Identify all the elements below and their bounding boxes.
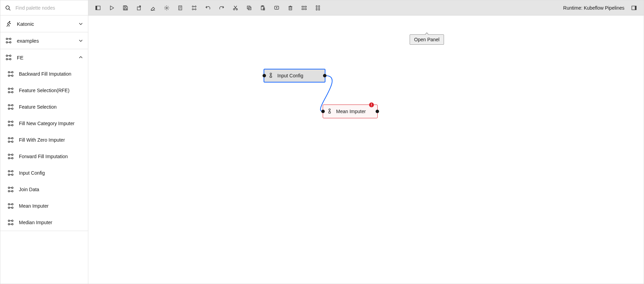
file-plus-icon — [178, 5, 183, 11]
pipeline-canvas[interactable]: Input Config Mean Imputer Open Panel — [88, 15, 644, 284]
category-label: examples — [17, 38, 78, 44]
palette-list[interactable]: Katonic examples FE Backward Fill Imputa… — [0, 15, 88, 284]
clear[interactable] — [146, 0, 160, 15]
node-icon — [7, 70, 14, 77]
palette-node[interactable]: Feature Selection(RFE) — [0, 82, 88, 99]
gear-icon — [164, 5, 169, 11]
export[interactable] — [132, 0, 146, 15]
category-examples: examples — [0, 32, 88, 49]
palette-node[interactable]: Mean Imputer — [0, 198, 88, 214]
input-port[interactable] — [263, 74, 266, 77]
add-file[interactable] — [174, 0, 187, 15]
node-icon — [7, 153, 14, 160]
paste[interactable] — [256, 0, 270, 15]
redo[interactable] — [215, 0, 229, 15]
panel-left-toggle[interactable] — [91, 0, 105, 15]
node-icon — [7, 170, 14, 176]
palette-node[interactable]: Forward Fill Imputation — [0, 148, 88, 165]
palette-node[interactable]: Fill With Zero Imputer — [0, 132, 88, 148]
chevron-down-icon — [78, 21, 83, 26]
run[interactable] — [105, 0, 119, 15]
canvas-node-label: Input Config — [277, 73, 303, 78]
output-port[interactable] — [323, 74, 326, 77]
node-icon — [7, 136, 14, 143]
add-comment[interactable] — [270, 0, 284, 15]
runner-icon — [5, 20, 12, 27]
node-icon — [7, 219, 14, 226]
palette-node-label: Fill With Zero Imputer — [19, 137, 65, 143]
output-port[interactable] — [376, 110, 379, 113]
category-label: FE — [17, 55, 78, 61]
grid4-icon — [5, 37, 12, 44]
delete[interactable] — [284, 0, 297, 15]
save[interactable] — [119, 0, 132, 15]
tooltip-text: Open Panel — [414, 37, 440, 42]
grid4-icon — [5, 54, 12, 61]
cut[interactable] — [229, 0, 242, 15]
category-katonic: Katonic — [0, 15, 88, 32]
panel-right-toggle[interactable] — [627, 0, 641, 15]
palette-node[interactable]: Join Data — [0, 181, 88, 198]
error-badge-icon — [369, 102, 374, 107]
palette-node[interactable]: Feature Selection — [0, 99, 88, 115]
node-icon — [326, 108, 333, 115]
palette-node-label: Input Config — [19, 170, 45, 176]
arrange-icon — [191, 5, 197, 11]
palette-node[interactable]: Input Config — [0, 165, 88, 181]
node-icon — [7, 186, 14, 193]
category-header-examples[interactable]: examples — [0, 32, 88, 49]
comment-icon — [274, 5, 279, 11]
palette-node-label: Mean Imputer — [19, 203, 48, 209]
node-icon — [7, 120, 14, 127]
trash-icon — [288, 5, 293, 11]
palette-node-label: Fill New Category Imputer — [19, 120, 75, 127]
arrange[interactable] — [187, 0, 201, 15]
input-port[interactable] — [321, 110, 325, 113]
palette-node-label: Median Imputer — [19, 219, 52, 226]
search-icon — [5, 5, 11, 11]
undo-icon — [205, 5, 211, 11]
palette-search — [0, 0, 88, 15]
export-icon — [136, 5, 142, 11]
chevron-down-icon — [78, 38, 83, 43]
arrange-h-icon — [301, 5, 307, 11]
node-icon — [268, 72, 274, 79]
arrange-vert[interactable] — [311, 0, 325, 15]
palette-node-label: Feature Selection — [19, 104, 57, 110]
undo[interactable] — [201, 0, 215, 15]
play-icon — [109, 5, 114, 11]
palette-node-label: Backward Fill Imputation — [19, 71, 71, 77]
edge-layer — [88, 15, 644, 284]
panel-right-icon — [631, 5, 637, 11]
node-icon — [7, 87, 14, 94]
redo-icon — [219, 5, 224, 11]
palette-sidebar: Katonic examples FE Backward Fill Imputa… — [0, 0, 88, 284]
tooltip: Open Panel — [410, 34, 444, 45]
toolbar: Runtime: Kubeflow Pipelines — [88, 0, 644, 15]
palette-node[interactable]: Fill New Category Imputer — [0, 115, 88, 132]
settings[interactable] — [160, 0, 174, 15]
eraser-icon — [150, 5, 156, 11]
save-icon — [123, 5, 128, 11]
palette-node-label: Feature Selection(RFE) — [19, 87, 69, 94]
copy[interactable] — [242, 0, 256, 15]
palette-search-input[interactable] — [15, 5, 83, 11]
arrange-v-icon — [315, 5, 321, 11]
category-header-katonic[interactable]: Katonic — [0, 15, 88, 32]
palette-node-label: Join Data — [19, 186, 39, 193]
main: Runtime: Kubeflow Pipelines Input Config… — [88, 0, 644, 284]
palette-node[interactable]: Backward Fill Imputation — [0, 66, 88, 82]
runtime-label: Runtime: Kubeflow Pipelines — [563, 5, 627, 11]
canvas-node[interactable]: Mean Imputer — [323, 105, 378, 118]
node-icon — [7, 103, 14, 110]
node-icon — [7, 203, 14, 209]
category-label: Katonic — [17, 21, 78, 27]
copy-icon — [246, 5, 252, 11]
category-header-fe[interactable]: FE — [0, 49, 88, 66]
canvas-node-label: Mean Imputer — [336, 109, 366, 114]
palette-node[interactable]: Median Imputer — [0, 214, 88, 231]
arrange-horiz[interactable] — [297, 0, 311, 15]
category-fe: FE Backward Fill Imputation Feature Sele… — [0, 49, 88, 231]
panel-left-icon — [95, 5, 101, 11]
canvas-node[interactable]: Input Config — [264, 69, 325, 83]
